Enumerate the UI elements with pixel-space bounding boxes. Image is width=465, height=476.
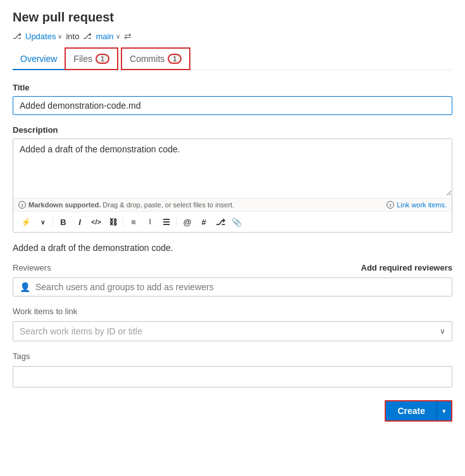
swap-icon[interactable]: ⇄: [124, 31, 132, 41]
tab-commits-label: Commits: [130, 54, 164, 64]
toolbar-ordered-list-btn[interactable]: ≡: [126, 214, 141, 229]
create-button[interactable]: Create: [385, 400, 437, 422]
reviewers-search-icon: 👤: [20, 282, 30, 292]
reviewers-search-wrapper[interactable]: 👤: [13, 278, 452, 296]
create-chevron-button[interactable]: ▾: [437, 400, 452, 422]
description-section: Description Added a draft of the demonst…: [13, 125, 452, 233]
git-branch-icon: ⎇: [13, 32, 22, 40]
page-container: New pull request ⎇ Updates ∨ into ⎇ main…: [0, 0, 465, 476]
markdown-info-icon: i: [18, 201, 26, 209]
toolbar-unordered-list-btn[interactable]: ⁝: [142, 214, 158, 229]
description-toolbar: ⚡ ∨ B I </> ⛓ ≡ ⁝ ☰ @ # ⎇ 📎: [13, 211, 452, 232]
work-items-dropdown[interactable]: Search work items by ID or title ∨: [13, 321, 452, 341]
tab-files-badge: 1: [96, 54, 109, 64]
tab-files-label: Files: [73, 54, 92, 64]
link-work-icon: i: [387, 201, 394, 209]
markdown-hint-left: i Markdown supported. Drag & drop, paste…: [18, 201, 234, 209]
tags-section: Tags: [13, 351, 452, 388]
toolbar-attach-btn[interactable]: 📎: [229, 214, 244, 229]
description-label: Description: [13, 125, 452, 135]
add-reviewers-btn[interactable]: Add required reviewers: [361, 263, 453, 272]
tab-overview[interactable]: Overview: [13, 49, 65, 70]
toolbar-task-list-btn[interactable]: ☰: [159, 214, 174, 229]
create-btn-group: Create ▾: [385, 400, 452, 422]
description-textarea[interactable]: Added a draft of the demonstration code.: [13, 139, 452, 196]
branch-to-selector[interactable]: main ∨: [96, 32, 120, 41]
tab-commits-badge: 1: [168, 54, 182, 64]
work-items-section: Work items to link Search work items by …: [13, 307, 452, 341]
branch-row: ⎇ Updates ∨ into ⎇ main ∨ ⇄: [13, 31, 452, 41]
git-branch-icon-2: ⎇: [83, 32, 92, 40]
toolbar-bold-btn[interactable]: B: [56, 214, 71, 229]
reviewers-search-input[interactable]: [35, 282, 445, 292]
toolbar-lightning-btn[interactable]: ⚡: [18, 214, 34, 229]
branch-from-label: Updates: [25, 32, 56, 41]
markdown-hint-text: Markdown supported. Drag & drop, paste, …: [28, 201, 234, 209]
tags-input[interactable]: [13, 366, 452, 388]
page-header: New pull request ⎇ Updates ∨ into ⎇ main…: [0, 0, 465, 70]
create-chevron-icon: ▾: [442, 407, 446, 415]
reviewers-header: Reviewers Add required reviewers: [13, 263, 452, 272]
page-title: New pull request: [13, 10, 452, 25]
toolbar-divider-3: [177, 217, 177, 227]
description-wrapper: Added a draft of the demonstration code.…: [13, 138, 452, 233]
tab-commits[interactable]: Commits 1: [121, 47, 190, 70]
work-items-placeholder: Search work items by ID or title: [20, 326, 142, 336]
toolbar-italic-btn[interactable]: I: [72, 214, 87, 229]
toolbar-hash-btn[interactable]: #: [196, 214, 211, 229]
work-items-label: Work items to link: [13, 307, 452, 316]
tabs-row: Overview Files 1 Commits 1: [13, 47, 452, 70]
toolbar-pr-btn[interactable]: ⎇: [213, 214, 228, 229]
tab-files[interactable]: Files 1: [65, 47, 118, 70]
toolbar-link-btn[interactable]: ⛓: [105, 214, 120, 229]
link-work-items-label: Link work items.: [397, 201, 447, 209]
branch-from-chevron-icon: ∨: [58, 33, 62, 40]
reviewers-label: Reviewers: [13, 263, 51, 272]
markdown-hint-row: i Markdown supported. Drag & drop, paste…: [13, 198, 452, 211]
branch-into-label: into: [66, 32, 79, 41]
branch-from-selector[interactable]: Updates ∨: [25, 32, 62, 41]
tags-label: Tags: [13, 351, 452, 361]
main-content: Title Description Added a draft of the d…: [0, 70, 465, 434]
link-work-items-btn[interactable]: i Link work items.: [387, 201, 447, 209]
bottom-row: Create ▾: [13, 400, 452, 422]
work-items-chevron-icon: ∨: [440, 327, 445, 336]
branch-to-label: main: [96, 32, 113, 41]
description-preview: Added a draft of the demonstration code.: [13, 243, 452, 253]
tab-overview-label: Overview: [20, 54, 57, 64]
toolbar-divider-2: [123, 217, 123, 227]
title-label: Title: [13, 83, 452, 92]
toolbar-mention-btn[interactable]: @: [180, 214, 195, 229]
title-input[interactable]: [13, 96, 452, 115]
toolbar-divider-1: [53, 217, 53, 227]
toolbar-code-btn[interactable]: </>: [89, 214, 104, 229]
title-section: Title: [13, 83, 452, 115]
toolbar-dropdown-btn[interactable]: ∨: [35, 214, 50, 229]
branch-to-chevron-icon: ∨: [116, 33, 120, 40]
reviewers-section: Reviewers Add required reviewers 👤: [13, 263, 452, 296]
